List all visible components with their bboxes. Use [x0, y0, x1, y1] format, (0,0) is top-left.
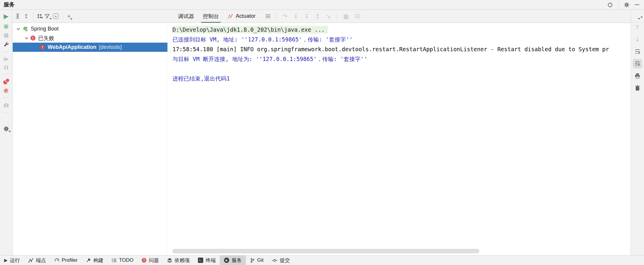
divider: [3, 74, 9, 74]
add-service-icon[interactable]: +: [67, 13, 71, 19]
commit-icon: [272, 258, 277, 262]
console-line: 与目标 VM 断开连接, 地址为: ''127.0.0.1:59865'，传输:…: [172, 54, 631, 64]
tab-label: 调试器: [178, 13, 194, 20]
locate-icon[interactable]: [607, 2, 613, 8]
services-tool-window: 服务: [0, 0, 644, 265]
spring-boot-icon: [22, 26, 28, 32]
console-line: D:\Develop\Java\jdk1.8.0_202\bin\java.ex…: [172, 25, 631, 35]
console-tabs: 调试器 控制台 Actuator: [167, 10, 626, 23]
layout-icon[interactable]: [634, 12, 641, 17]
prev-occurrence-icon[interactable]: ↑: [633, 23, 642, 32]
tab-actuator[interactable]: Actuator: [225, 10, 259, 23]
toolwindow-label: 终端: [206, 257, 216, 264]
divider: [3, 113, 9, 113]
settings-gear-icon[interactable]: [3, 126, 9, 132]
profiler-record-icon[interactable]: [3, 79, 9, 85]
problems-error-icon: !: [142, 258, 146, 263]
clear-all-icon[interactable]: [633, 83, 642, 93]
divider: [337, 13, 337, 19]
toolwindow-endpoints[interactable]: 端点: [24, 256, 50, 265]
more-options-icon[interactable]: [266, 14, 270, 18]
toolwindow-build[interactable]: 构建: [82, 256, 107, 265]
run-to-cursor-icon[interactable]: ↘: [326, 13, 331, 19]
dependencies-layers-icon: [167, 258, 172, 263]
memory-snapshot-camera-icon[interactable]: [3, 102, 9, 108]
toolwindow-label: Profiler: [62, 257, 78, 263]
tree-row-label: 已失败: [38, 35, 54, 42]
header-actions: [607, 2, 644, 8]
next-occurrence-icon[interactable]: ↓: [633, 35, 642, 44]
toolwindow-git[interactable]: Git: [246, 256, 268, 265]
divider: [276, 13, 277, 19]
toolwindow-label: TODO: [119, 257, 133, 263]
settings-gear-icon[interactable]: [624, 2, 630, 8]
scroll-to-end-icon[interactable]: [633, 59, 642, 68]
restore-layout-icon[interactable]: [355, 14, 360, 19]
console-line: 17:58:54.180 [main] INFO org.springframe…: [172, 44, 631, 54]
tool-window-bar: ▶ 运行 端点 Profiler: [0, 255, 644, 265]
evaluate-expression-icon[interactable]: ▦: [343, 13, 349, 19]
pause-output-icon[interactable]: [4, 65, 8, 70]
services-tree: Spring Boot ! 已失败 ! WebApiApplication [d…: [13, 23, 167, 255]
tree-row-spring-boot[interactable]: Spring Boot: [13, 24, 167, 33]
step-over-icon[interactable]: ↷: [283, 13, 288, 19]
tree-row-webapiapplication[interactable]: ! WebApiApplication [devtools]: [13, 43, 167, 52]
resume-icon[interactable]: ▶: [4, 57, 9, 62]
horizontal-scrollbar[interactable]: [172, 249, 479, 253]
step-into-icon[interactable]: ↧: [293, 13, 298, 19]
soft-wrap-icon[interactable]: [633, 47, 642, 56]
coverage-off-icon[interactable]: [4, 89, 8, 93]
services-icon: ▶: [224, 258, 229, 263]
tab-console[interactable]: 控制台: [200, 10, 222, 23]
toolwindow-problems[interactable]: ! 问题: [138, 256, 163, 265]
stop-icon[interactable]: [4, 33, 8, 38]
step-out-icon[interactable]: ↥: [315, 13, 320, 19]
hide-tool-window-icon[interactable]: [635, 4, 639, 5]
tree-row-label: WebApiApplication: [48, 44, 96, 50]
hammer-icon: [86, 258, 91, 263]
toolwindow-run[interactable]: ▶ 运行: [0, 256, 24, 265]
rerun-icon[interactable]: ▶: [4, 13, 8, 20]
toolbar-row: + + 调试器 控制台: [12, 10, 644, 23]
filter-icon[interactable]: [44, 13, 50, 19]
console-toolbar: ↷ ↧ ↧ ↥ ↘ ▦: [266, 13, 360, 19]
console-line: 已连接到目标 VM, 地址: ''127.0.0.1:59865'，传输: '套…: [172, 35, 631, 44]
dashboard-layout-icon[interactable]: [3, 117, 9, 122]
tab-debugger[interactable]: 调试器: [175, 10, 197, 23]
debug-icon[interactable]: [3, 23, 9, 30]
toolwindow-commit[interactable]: 提交: [268, 256, 294, 265]
tree-row-label: Spring Boot: [31, 26, 59, 32]
console-line: [172, 64, 631, 74]
toolwindow-terminal[interactable]: >_ 终端: [194, 256, 220, 265]
divider: [33, 13, 33, 19]
toolwindow-services[interactable]: ▶ 服务: [220, 256, 246, 265]
wrench-icon[interactable]: [3, 41, 9, 47]
toolwindow-label: 构建: [93, 257, 103, 264]
chevron-down-icon[interactable]: [25, 36, 28, 39]
print-icon[interactable]: [633, 71, 642, 81]
tree-row-failed[interactable]: ! 已失败: [13, 33, 167, 43]
tab-label: Actuator: [236, 13, 256, 19]
divider: [63, 13, 63, 19]
new-tab-icon[interactable]: +: [53, 13, 59, 19]
tool-window-title: 服务: [0, 1, 15, 9]
toolwindow-label: Git: [257, 257, 264, 263]
console-output: D:\Develop\Java\jdk1.8.0_202\bin\java.ex…: [168, 23, 631, 255]
force-step-into-icon[interactable]: ↧: [304, 13, 309, 19]
toolwindow-label: 运行: [10, 257, 20, 264]
toolwindow-label: 依赖项: [175, 257, 190, 264]
todo-list-icon: [112, 258, 117, 263]
toolwindow-label: 端点: [36, 257, 46, 264]
git-branch-icon: [250, 258, 255, 263]
toolwindow-dependencies[interactable]: 依赖项: [163, 256, 194, 265]
profiler-gauge-icon: [54, 258, 59, 263]
collapse-all-icon[interactable]: [23, 13, 29, 19]
console-line: 进程已结束,退出代码1: [172, 74, 631, 83]
expand-all-icon[interactable]: [15, 13, 20, 19]
actuator-icon: [228, 14, 233, 19]
divider: [3, 97, 9, 98]
group-by-icon[interactable]: [38, 14, 41, 18]
toolwindow-todo[interactable]: TODO: [107, 256, 138, 265]
toolwindow-profiler[interactable]: Profiler: [50, 256, 82, 265]
chevron-down-icon[interactable]: [17, 27, 20, 30]
